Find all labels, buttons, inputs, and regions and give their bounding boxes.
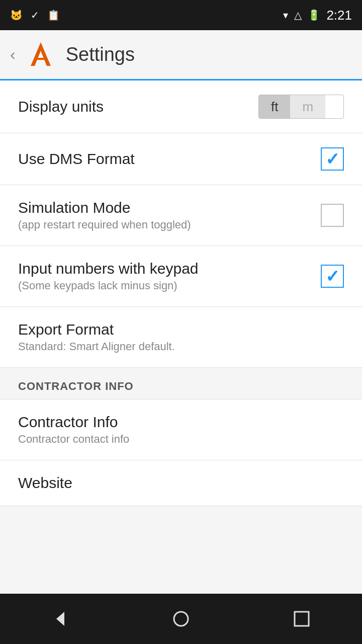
toggle-ft[interactable]: ft xyxy=(259,95,290,118)
status-bar-right-icons: ▾ △ 🔋 2:21 xyxy=(283,8,352,23)
status-bar-left-icons: 🐱 ✓ 📋 xyxy=(10,9,60,21)
settings-item-dms-content: Use DMS Format xyxy=(18,150,321,168)
contractor-info-section-header: CONTRACTOR INFO xyxy=(0,368,362,399)
settings-item-dms-format[interactable]: Use DMS Format xyxy=(0,133,362,185)
keypad-checkbox[interactable] xyxy=(321,265,344,288)
website-label: Website xyxy=(18,474,344,492)
simulation-mode-subtitle: (app restart required when toggled) xyxy=(18,218,321,231)
nav-back-icon xyxy=(50,609,70,629)
settings-item-display-units[interactable]: Display units ft m xyxy=(0,80,362,133)
settings-item-export-format[interactable]: Export Format Standard: Smart Aligner de… xyxy=(0,307,362,368)
settings-item-keypad-content: Input numbers with keypad (Some keypads … xyxy=(18,260,321,292)
status-time: 2:21 xyxy=(326,8,352,23)
display-units-toggle[interactable]: ft m xyxy=(258,95,344,119)
notification-icon: 📋 xyxy=(47,9,60,21)
nav-recent-icon xyxy=(292,609,312,629)
svg-marker-2 xyxy=(56,612,64,626)
export-format-subtitle: Standard: Smart Aligner default. xyxy=(18,340,344,353)
export-format-label: Export Format xyxy=(18,321,344,338)
keypad-subtitle: (Some keypads lack minus sign) xyxy=(18,279,321,292)
settings-item-contractor-content: Contractor Info Contractor contact info xyxy=(18,414,344,446)
simulation-mode-checkbox[interactable] xyxy=(321,204,344,227)
dms-format-label: Use DMS Format xyxy=(18,150,321,168)
settings-item-simulation-content: Simulation Mode (app restart required wh… xyxy=(18,199,321,231)
nav-home-icon xyxy=(171,609,191,629)
app-notification-icon: 🐱 xyxy=(10,9,23,21)
settings-item-contractor-info[interactable]: Contractor Info Contractor contact info xyxy=(0,399,362,460)
battery-icon: 🔋 xyxy=(308,9,320,21)
contractor-info-subtitle: Contractor contact info xyxy=(18,433,344,446)
settings-item-keypad[interactable]: Input numbers with keypad (Some keypads … xyxy=(0,246,362,307)
task-icon: ✓ xyxy=(31,9,39,21)
settings-list: Display units ft m Use DMS Format Simula… xyxy=(0,80,362,368)
settings-item-display-units-content: Display units xyxy=(18,98,258,115)
signal-icon: △ xyxy=(294,9,302,21)
svg-marker-0 xyxy=(31,42,51,66)
status-bar: 🐱 ✓ 📋 ▾ △ 🔋 2:21 xyxy=(0,0,362,30)
display-units-label: Display units xyxy=(18,98,258,115)
app-logo xyxy=(26,40,56,70)
contractor-section-list: Contractor Info Contractor contact info … xyxy=(0,399,362,506)
nav-back-button[interactable] xyxy=(45,606,75,631)
contractor-info-section-label: CONTRACTOR INFO xyxy=(18,380,134,392)
app-bar: ‹ Settings xyxy=(0,30,362,80)
settings-item-website[interactable]: Website xyxy=(0,460,362,506)
nav-home-button[interactable] xyxy=(166,606,196,631)
nav-recent-button[interactable] xyxy=(287,606,317,631)
simulation-mode-label: Simulation Mode xyxy=(18,199,321,216)
settings-item-export-content: Export Format Standard: Smart Aligner de… xyxy=(18,321,344,353)
svg-point-3 xyxy=(174,612,188,626)
toggle-m[interactable]: m xyxy=(290,95,325,118)
contractor-info-label: Contractor Info xyxy=(18,414,344,431)
wifi-icon: ▾ xyxy=(283,9,288,21)
page-title: Settings xyxy=(66,44,135,65)
settings-item-website-content: Website xyxy=(18,474,344,492)
dms-format-checkbox[interactable] xyxy=(321,147,344,171)
back-button[interactable]: ‹ xyxy=(10,45,16,64)
svg-rect-4 xyxy=(295,612,309,626)
keypad-label: Input numbers with keypad xyxy=(18,260,321,277)
settings-item-simulation-mode[interactable]: Simulation Mode (app restart required wh… xyxy=(0,185,362,246)
bottom-nav xyxy=(0,594,362,644)
